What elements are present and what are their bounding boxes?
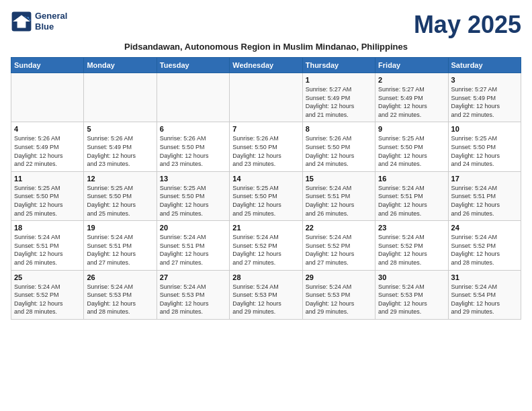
calendar-cell: 2Sunrise: 5:27 AM Sunset: 5:49 PM Daylig… <box>375 73 448 122</box>
day-number: 11 <box>14 175 81 183</box>
day-number: 5 <box>87 125 153 133</box>
calendar-cell: 14Sunrise: 5:25 AM Sunset: 5:50 PM Dayli… <box>230 171 302 220</box>
day-number: 18 <box>14 224 81 232</box>
day-number: 7 <box>232 125 299 133</box>
day-number: 1 <box>306 76 372 84</box>
day-number: 12 <box>87 175 153 183</box>
calendar-cell <box>230 73 302 122</box>
day-number: 13 <box>160 175 226 183</box>
day-number: 15 <box>306 175 372 183</box>
calendar-cell: 24Sunrise: 5:24 AM Sunset: 5:52 PM Dayli… <box>448 221 521 270</box>
day-info: Sunrise: 5:26 AM Sunset: 5:49 PM Dayligh… <box>14 134 81 168</box>
day-number: 27 <box>160 273 226 281</box>
day-number: 4 <box>14 125 81 133</box>
weekday-header-row: SundayMondayTuesdayWednesdayThursdayFrid… <box>11 58 521 73</box>
day-info: Sunrise: 5:24 AM Sunset: 5:51 PM Dayligh… <box>378 184 445 218</box>
day-number: 30 <box>378 273 445 281</box>
calendar-cell: 18Sunrise: 5:24 AM Sunset: 5:51 PM Dayli… <box>11 221 84 270</box>
logo: General Blue <box>11 11 67 32</box>
day-info: Sunrise: 5:24 AM Sunset: 5:54 PM Dayligh… <box>451 283 518 316</box>
day-info: Sunrise: 5:24 AM Sunset: 5:53 PM Dayligh… <box>378 283 445 316</box>
day-number: 19 <box>87 224 153 232</box>
weekday-header-cell: Tuesday <box>157 58 229 73</box>
calendar-week-row: 11Sunrise: 5:25 AM Sunset: 5:50 PM Dayli… <box>11 171 521 220</box>
day-info: Sunrise: 5:24 AM Sunset: 5:51 PM Dayligh… <box>87 233 153 267</box>
calendar-cell <box>84 73 157 122</box>
logo-icon <box>11 11 32 32</box>
weekday-header-cell: Sunday <box>11 58 84 73</box>
calendar-cell: 23Sunrise: 5:24 AM Sunset: 5:52 PM Dayli… <box>375 221 448 270</box>
calendar-cell: 29Sunrise: 5:24 AM Sunset: 5:53 PM Dayli… <box>302 270 375 319</box>
calendar-cell: 9Sunrise: 5:25 AM Sunset: 5:50 PM Daylig… <box>375 122 448 171</box>
calendar-cell <box>11 73 84 122</box>
day-number: 29 <box>306 273 372 281</box>
calendar-cell: 30Sunrise: 5:24 AM Sunset: 5:53 PM Dayli… <box>375 270 448 319</box>
calendar-cell: 25Sunrise: 5:24 AM Sunset: 5:52 PM Dayli… <box>11 270 84 319</box>
day-number: 14 <box>232 175 299 183</box>
calendar-cell: 27Sunrise: 5:24 AM Sunset: 5:53 PM Dayli… <box>157 270 229 319</box>
calendar-cell: 26Sunrise: 5:24 AM Sunset: 5:53 PM Dayli… <box>84 270 157 319</box>
calendar-cell <box>157 73 229 122</box>
month-title: May 2025 <box>414 11 521 39</box>
day-number: 10 <box>451 125 518 133</box>
calendar-week-row: 1Sunrise: 5:27 AM Sunset: 5:49 PM Daylig… <box>11 73 521 122</box>
calendar-week-row: 18Sunrise: 5:24 AM Sunset: 5:51 PM Dayli… <box>11 221 521 270</box>
calendar-week-row: 4Sunrise: 5:26 AM Sunset: 5:49 PM Daylig… <box>11 122 521 171</box>
day-info: Sunrise: 5:24 AM Sunset: 5:52 PM Dayligh… <box>451 233 518 267</box>
day-number: 22 <box>306 224 372 232</box>
day-info: Sunrise: 5:26 AM Sunset: 5:50 PM Dayligh… <box>232 134 299 168</box>
day-info: Sunrise: 5:26 AM Sunset: 5:50 PM Dayligh… <box>306 134 372 168</box>
day-info: Sunrise: 5:25 AM Sunset: 5:50 PM Dayligh… <box>378 134 445 168</box>
day-info: Sunrise: 5:24 AM Sunset: 5:51 PM Dayligh… <box>14 233 81 267</box>
day-number: 16 <box>378 175 445 183</box>
calendar-cell: 20Sunrise: 5:24 AM Sunset: 5:51 PM Dayli… <box>157 221 229 270</box>
day-info: Sunrise: 5:24 AM Sunset: 5:51 PM Dayligh… <box>160 233 226 267</box>
calendar-cell: 28Sunrise: 5:24 AM Sunset: 5:53 PM Dayli… <box>230 270 302 319</box>
logo-text: General Blue <box>35 11 67 32</box>
page-header: General Blue May 2025 <box>11 11 521 39</box>
calendar-cell: 31Sunrise: 5:24 AM Sunset: 5:54 PM Dayli… <box>448 270 521 319</box>
calendar-cell: 3Sunrise: 5:27 AM Sunset: 5:49 PM Daylig… <box>448 73 521 122</box>
day-number: 2 <box>378 76 445 84</box>
calendar-cell: 12Sunrise: 5:25 AM Sunset: 5:50 PM Dayli… <box>84 171 157 220</box>
day-info: Sunrise: 5:26 AM Sunset: 5:50 PM Dayligh… <box>160 134 226 168</box>
day-info: Sunrise: 5:24 AM Sunset: 5:51 PM Dayligh… <box>306 184 372 218</box>
weekday-header-cell: Wednesday <box>230 58 302 73</box>
calendar-cell: 11Sunrise: 5:25 AM Sunset: 5:50 PM Dayli… <box>11 171 84 220</box>
calendar-cell: 5Sunrise: 5:26 AM Sunset: 5:49 PM Daylig… <box>84 122 157 171</box>
calendar-cell: 6Sunrise: 5:26 AM Sunset: 5:50 PM Daylig… <box>157 122 229 171</box>
calendar-cell: 19Sunrise: 5:24 AM Sunset: 5:51 PM Dayli… <box>84 221 157 270</box>
day-info: Sunrise: 5:27 AM Sunset: 5:49 PM Dayligh… <box>378 85 445 119</box>
weekday-header-cell: Saturday <box>448 58 521 73</box>
day-info: Sunrise: 5:24 AM Sunset: 5:53 PM Dayligh… <box>306 283 372 316</box>
calendar-cell: 15Sunrise: 5:24 AM Sunset: 5:51 PM Dayli… <box>302 171 375 220</box>
day-number: 17 <box>451 175 518 183</box>
calendar-cell: 8Sunrise: 5:26 AM Sunset: 5:50 PM Daylig… <box>302 122 375 171</box>
day-info: Sunrise: 5:24 AM Sunset: 5:52 PM Dayligh… <box>14 283 81 316</box>
day-number: 24 <box>451 224 518 232</box>
day-info: Sunrise: 5:24 AM Sunset: 5:53 PM Dayligh… <box>87 283 153 316</box>
day-info: Sunrise: 5:25 AM Sunset: 5:50 PM Dayligh… <box>232 184 299 218</box>
day-number: 23 <box>378 224 445 232</box>
weekday-header-cell: Friday <box>375 58 448 73</box>
calendar-cell: 10Sunrise: 5:25 AM Sunset: 5:50 PM Dayli… <box>448 122 521 171</box>
calendar-cell: 22Sunrise: 5:24 AM Sunset: 5:52 PM Dayli… <box>302 221 375 270</box>
day-number: 26 <box>87 273 153 281</box>
day-number: 31 <box>451 273 518 281</box>
calendar-cell: 7Sunrise: 5:26 AM Sunset: 5:50 PM Daylig… <box>230 122 302 171</box>
day-info: Sunrise: 5:25 AM Sunset: 5:50 PM Dayligh… <box>451 134 518 168</box>
day-info: Sunrise: 5:24 AM Sunset: 5:53 PM Dayligh… <box>232 283 299 316</box>
calendar-cell: 13Sunrise: 5:25 AM Sunset: 5:50 PM Dayli… <box>157 171 229 220</box>
calendar-subtitle: Pidsandawan, Autonomous Region in Muslim… <box>11 42 521 52</box>
day-info: Sunrise: 5:25 AM Sunset: 5:50 PM Dayligh… <box>160 184 226 218</box>
day-info: Sunrise: 5:25 AM Sunset: 5:50 PM Dayligh… <box>14 184 81 218</box>
weekday-header-cell: Monday <box>84 58 157 73</box>
day-number: 28 <box>232 273 299 281</box>
calendar-week-row: 25Sunrise: 5:24 AM Sunset: 5:52 PM Dayli… <box>11 270 521 319</box>
day-info: Sunrise: 5:24 AM Sunset: 5:52 PM Dayligh… <box>378 233 445 267</box>
day-info: Sunrise: 5:26 AM Sunset: 5:49 PM Dayligh… <box>87 134 153 168</box>
calendar-cell: 4Sunrise: 5:26 AM Sunset: 5:49 PM Daylig… <box>11 122 84 171</box>
day-number: 21 <box>232 224 299 232</box>
day-info: Sunrise: 5:27 AM Sunset: 5:49 PM Dayligh… <box>306 85 372 119</box>
day-info: Sunrise: 5:24 AM Sunset: 5:51 PM Dayligh… <box>451 184 518 218</box>
